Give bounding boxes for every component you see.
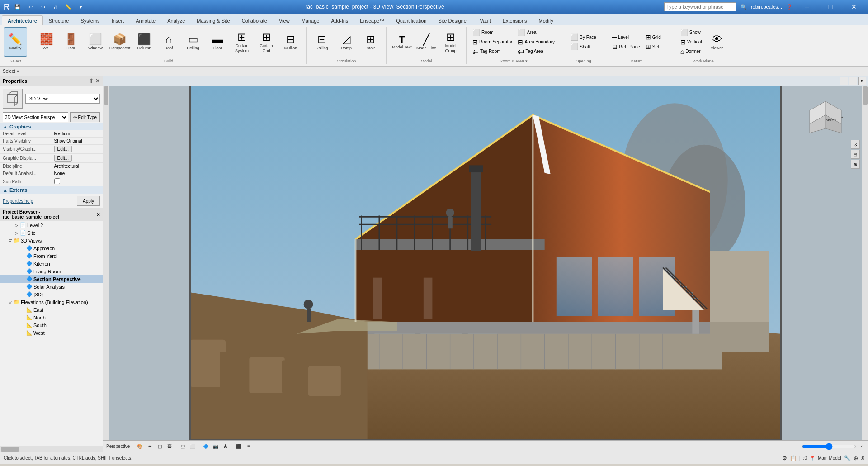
show-btn[interactable]: ⬜ Show bbox=[678, 28, 704, 37]
tab-systems[interactable]: Systems bbox=[75, 15, 105, 25]
tab-collaborate[interactable]: Collaborate bbox=[236, 15, 273, 25]
apply-btn[interactable]: Apply bbox=[77, 196, 100, 206]
tag-area-btn[interactable]: 🏷 Tag Area bbox=[515, 47, 557, 56]
vertical-btn[interactable]: ⊟ Vertical bbox=[678, 38, 704, 47]
tree-3d-views[interactable]: ▽ 📁 3D Views bbox=[0, 237, 103, 244]
tree-expand-icon[interactable]: ▷ bbox=[14, 223, 19, 228]
canvas-left-scrollbar[interactable] bbox=[103, 86, 109, 440]
tree-expand-icon[interactable]: ▽ bbox=[7, 238, 13, 243]
maximize-btn[interactable]: □ bbox=[820, 0, 841, 14]
tab-site-designer[interactable]: Site Designer bbox=[432, 15, 474, 25]
extents-section-header[interactable]: ▲ Extents bbox=[0, 186, 103, 194]
tab-vault[interactable]: Vault bbox=[474, 15, 496, 25]
tab-architecture[interactable]: Architecture bbox=[2, 15, 43, 25]
zoom-btn[interactable]: ⊙ bbox=[851, 140, 860, 149]
tab-massing[interactable]: Massing & Site bbox=[191, 15, 236, 25]
project-browser-close-icon[interactable]: ✕ bbox=[96, 212, 100, 217]
door-btn[interactable]: 🚪 Door bbox=[59, 27, 83, 57]
qa-undo[interactable]: ↩ bbox=[26, 2, 35, 11]
search-icon[interactable]: 🔍 bbox=[739, 2, 748, 11]
model-line-btn[interactable]: ╱ Model Line bbox=[415, 27, 438, 57]
worksets-icon[interactable]: ⚙ bbox=[782, 455, 787, 461]
info-btn[interactable]: ❓ bbox=[785, 2, 794, 11]
modify-btn[interactable]: ✏️ Modify bbox=[4, 27, 27, 57]
room-separator-btn[interactable]: ⊟ Room Separator bbox=[470, 38, 514, 47]
viewport-maximize-icon[interactable]: □ bbox=[849, 77, 857, 85]
visibility-edit-btn[interactable]: Edit... bbox=[54, 146, 72, 152]
graphics-section-header[interactable]: ▲ Graphics bbox=[0, 123, 103, 130]
vp-arrow-left[interactable]: ‹ bbox=[857, 442, 866, 451]
tree-site[interactable]: ▷ 📄 Site bbox=[0, 229, 103, 237]
tree-south[interactable]: 📐 South bbox=[0, 321, 103, 329]
tab-annotate[interactable]: Annotate bbox=[130, 15, 161, 25]
edit-type-btn[interactable]: ✏ Edit Type bbox=[70, 112, 100, 122]
ceiling-btn[interactable]: ▭ Ceiling bbox=[181, 27, 205, 57]
properties-expand-icon[interactable]: ⬆ bbox=[89, 78, 94, 84]
set-btn[interactable]: ⊞ Set bbox=[643, 42, 663, 51]
properties-close-icon[interactable]: ✕ bbox=[95, 78, 100, 84]
tree-from-yard[interactable]: 🔷 From Yard bbox=[0, 252, 103, 260]
qa-save[interactable]: 💾 bbox=[13, 2, 22, 11]
canvas-right-scrollbar[interactable] bbox=[862, 86, 868, 440]
model-group-btn[interactable]: ⊞ Model Group bbox=[439, 27, 462, 57]
tree-3d[interactable]: 🔷 {3D} bbox=[0, 290, 103, 298]
tree-elevations[interactable]: ▽ 📁 Elevations (Building Elevation) bbox=[0, 298, 103, 306]
zoom-slider[interactable] bbox=[802, 443, 856, 450]
room-btn[interactable]: ⬜ Room bbox=[470, 28, 514, 37]
active-workset-icon[interactable]: 🔧 bbox=[844, 455, 851, 461]
prop-visibility-value[interactable]: Edit... bbox=[52, 145, 103, 154]
tab-modify[interactable]: Modify bbox=[533, 15, 559, 25]
properties-help-link[interactable]: Properties help bbox=[3, 199, 33, 204]
qa-more[interactable]: ▾ bbox=[76, 2, 85, 11]
tab-insert[interactable]: Insert bbox=[106, 15, 130, 25]
shadows-btn[interactable]: ◫ bbox=[155, 442, 164, 451]
left-scrollbar-thumb[interactable] bbox=[104, 86, 108, 105]
component-btn[interactable]: 📦 Component bbox=[108, 27, 132, 57]
zoom-extent-btn[interactable]: ⊟ bbox=[851, 150, 860, 159]
tree-approach[interactable]: 🔷 Approach bbox=[0, 244, 103, 252]
navigation-cube[interactable]: RIGHT bbox=[807, 99, 844, 135]
tab-analyze[interactable]: Analyze bbox=[161, 15, 191, 25]
level-btn[interactable]: ─ Level bbox=[610, 33, 642, 42]
window-btn[interactable]: ⬜ Window bbox=[84, 27, 107, 57]
roof-btn[interactable]: ⌂ Roof bbox=[157, 27, 180, 57]
zoom-region-btn[interactable]: ⊕ bbox=[851, 160, 860, 169]
prop-graphic-value[interactable]: Edit... bbox=[52, 154, 103, 163]
wall-btn[interactable]: 🧱 Wall bbox=[35, 27, 58, 57]
floor-btn[interactable]: ▬ Floor bbox=[206, 27, 229, 57]
tree-expand-icon[interactable]: ▷ bbox=[14, 231, 19, 235]
view-cube-btn[interactable]: ⬛ bbox=[234, 442, 243, 451]
shaft-btn[interactable]: ⬜ Shaft bbox=[568, 42, 599, 51]
close-btn[interactable]: ✕ bbox=[844, 0, 864, 14]
area-boundary-btn[interactable]: ⊟ Area Boundary bbox=[515, 38, 557, 47]
tab-enscape[interactable]: Enscape™ bbox=[354, 15, 390, 25]
viewer-btn[interactable]: 👁 Viewer bbox=[705, 27, 729, 57]
render-btn[interactable]: 🖼 bbox=[165, 442, 174, 451]
tree-solar-analysis[interactable]: 🔷 Solar Analysis bbox=[0, 283, 103, 290]
railing-btn[interactable]: ⊟ Railing bbox=[310, 27, 334, 57]
curtain-system-btn[interactable]: ⊞ Curtain System bbox=[230, 27, 254, 57]
stair-btn[interactable]: ⊞ Stair bbox=[359, 27, 382, 57]
prop-sunpath-value[interactable] bbox=[52, 177, 103, 186]
visual-style-btn[interactable]: 🎨 bbox=[135, 442, 144, 451]
tab-manage[interactable]: Manage bbox=[296, 15, 326, 25]
dormer-btn[interactable]: ⌂ Dormer bbox=[678, 47, 704, 56]
status-icons-right[interactable]: ⊕ bbox=[854, 455, 858, 461]
tree-section-perspective[interactable]: 🔷 Section Perspective bbox=[0, 275, 103, 283]
design-options-icon[interactable]: 📋 bbox=[790, 455, 797, 461]
qa-print[interactable]: 🖨 bbox=[51, 2, 60, 11]
search-input[interactable] bbox=[664, 2, 736, 11]
camera-btn[interactable]: 📷 bbox=[211, 442, 220, 451]
tab-structure[interactable]: Structure bbox=[43, 15, 75, 25]
project-browser-scrollbar[interactable] bbox=[0, 446, 103, 452]
viewport-close-icon[interactable]: ✕ bbox=[858, 77, 866, 85]
navigation-bar-btn[interactable]: ≡ bbox=[244, 442, 253, 451]
tree-living-room[interactable]: 🔷 Living Room bbox=[0, 267, 103, 275]
right-scrollbar-thumb[interactable] bbox=[863, 86, 868, 105]
steering-wheel-btn[interactable]: 🕹 bbox=[221, 442, 230, 451]
by-face-btn[interactable]: ⬜ By Face bbox=[568, 33, 599, 42]
crop-view-btn[interactable]: ⬚ bbox=[178, 442, 187, 451]
tree-east[interactable]: 📐 East bbox=[0, 306, 103, 314]
qa-redo[interactable]: ↪ bbox=[38, 2, 47, 11]
viewport-minimize-icon[interactable]: ─ bbox=[840, 77, 848, 85]
